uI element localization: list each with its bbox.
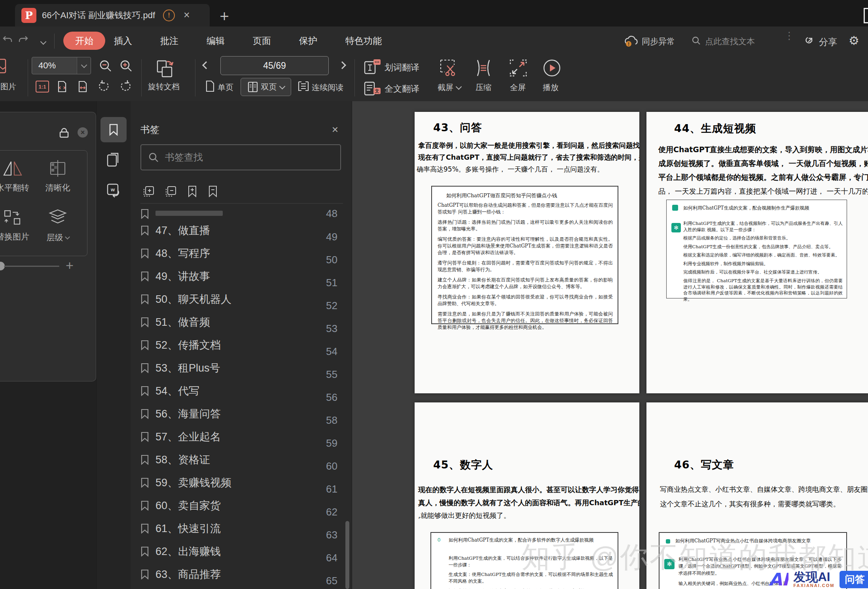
fullscreen-label[interactable]: 全屏	[510, 82, 526, 93]
double-page-button[interactable]: 双页	[241, 78, 291, 96]
faxianai-domain: FAXIANAI.COM	[793, 583, 834, 588]
bookmark-item[interactable]: 52、传播文档 54	[140, 334, 343, 357]
next-page-icon[interactable]	[338, 61, 346, 69]
bookmark-item[interactable]: 63、商品推荐 65	[140, 563, 343, 586]
bookmark-item-label: 48、写程序	[155, 246, 210, 261]
zoom-level-select[interactable]: 40%	[32, 57, 91, 74]
bookmark-item[interactable]: 58、资格证 60	[140, 448, 343, 471]
bookmark-item-page: 62	[326, 506, 343, 518]
menu-tab[interactable]: 编辑	[207, 35, 225, 47]
bookmark-scrollbar-thumb[interactable]	[345, 521, 349, 589]
single-page-icon[interactable]	[205, 80, 215, 93]
word-translate-label[interactable]: 划词翻译	[385, 62, 419, 74]
bookmarks-close-icon[interactable]: ×	[332, 123, 338, 136]
qa-button[interactable]: 问答	[840, 571, 868, 588]
rotate-right-icon[interactable]	[119, 80, 131, 93]
fullscreen-icon[interactable]	[509, 59, 528, 77]
screenshot-dropdown-icon[interactable]	[456, 84, 462, 90]
fit-width-icon[interactable]	[77, 80, 89, 93]
bookmark-item[interactable]: 48、写程序 50	[140, 242, 343, 265]
add-bookmark-icon[interactable]	[187, 185, 198, 198]
flip-horizontal-tool[interactable]: 水平翻转	[0, 159, 34, 193]
menu-tab[interactable]: 特色功能	[345, 35, 382, 47]
picture-tool-icon[interactable]	[0, 58, 6, 75]
nav-convert-word[interactable]: w	[105, 182, 122, 198]
layers-tool[interactable]: 层级	[36, 208, 80, 243]
continuous-reading-icon[interactable]	[298, 81, 309, 92]
nav-thumbnails[interactable]	[106, 152, 121, 168]
nav-bookmarks-selected[interactable]	[100, 117, 127, 142]
menu-tab[interactable]: 插入	[114, 35, 132, 47]
flip-horizontal-icon	[2, 159, 23, 177]
window-control-partial[interactable]	[864, 8, 868, 23]
bookmark-search-input[interactable]: 书签查找	[140, 144, 341, 170]
bookmark-item-partial[interactable]: 48	[140, 205, 343, 219]
opacity-slider-track[interactable]	[4, 266, 59, 267]
continuous-reading-label[interactable]: 连续阅读	[312, 82, 343, 93]
settings-gear-icon[interactable]: ⚙	[849, 34, 859, 47]
collapse-ribbon-icon[interactable]	[41, 38, 45, 45]
remove-bookmark-icon[interactable]	[207, 185, 218, 198]
single-page-label[interactable]: 单页	[218, 82, 233, 93]
sync-cloud-icon[interactable]: !	[624, 34, 639, 47]
compress-label[interactable]: 压缩	[476, 82, 491, 93]
previous-page-icon[interactable]	[202, 61, 210, 69]
sync-status-text[interactable]: 同步异常	[642, 36, 675, 47]
rotate-document-icon[interactable]	[155, 59, 176, 79]
compress-icon[interactable]	[474, 59, 493, 77]
search-icon[interactable]	[692, 36, 701, 45]
actual-size-button[interactable]: 1:1	[36, 81, 49, 93]
screenshot-button[interactable]: 截屏	[438, 82, 461, 93]
collapse-all-icon[interactable]	[165, 185, 177, 198]
bookmark-item[interactable]: 59、卖赚钱视频 61	[140, 471, 343, 494]
menu-tab[interactable]: 页面	[253, 35, 271, 47]
zoom-out-icon[interactable]	[99, 59, 112, 73]
zoom-in-icon[interactable]	[119, 59, 133, 73]
full-translate-label[interactable]: 全文翻译	[385, 83, 419, 95]
new-tab-button[interactable]: ＋	[217, 6, 232, 26]
page-indicator-input[interactable]: 45/69	[220, 56, 329, 75]
menu-tab[interactable]: 批注	[160, 35, 178, 47]
menu-tab-home[interactable]: 开始	[63, 32, 105, 50]
slider-plus-icon[interactable]: +	[66, 258, 74, 273]
rotate-left-icon[interactable]	[98, 80, 111, 93]
menu-tab[interactable]: 保护	[299, 35, 317, 47]
bookmark-item[interactable]: 47、做直播 49	[140, 219, 343, 242]
replace-image-tool[interactable]: 替换图片	[0, 208, 34, 242]
faxianai-logo-icon: AI	[769, 569, 788, 589]
expand-all-icon[interactable]	[142, 185, 155, 198]
bookmark-item[interactable]: 61、快速引流 63	[140, 517, 343, 540]
word-translate-icon[interactable]	[364, 59, 382, 76]
more-options-icon[interactable]: ⋮	[784, 33, 794, 38]
play-icon[interactable]	[542, 59, 561, 77]
zoom-dropdown-icon[interactable]	[77, 57, 91, 74]
tab-close-icon[interactable]: ×	[184, 10, 190, 21]
full-translate-icon[interactable]: 文	[364, 80, 382, 97]
bookmark-item[interactable]: 54、代写 56	[140, 379, 343, 402]
bookmark-item[interactable]: 51、做音频 53	[140, 311, 343, 334]
share-label[interactable]: 分享	[819, 36, 837, 48]
panel-close-icon[interactable]: ×	[78, 127, 88, 138]
bookmark-item[interactable]: 50、聊天机器人 52	[140, 288, 343, 311]
find-text-placeholder[interactable]: 点此查找文本	[705, 36, 755, 47]
document-tab[interactable]: P 66个AI对话 副业赚钱技巧.pdf ! ×	[15, 4, 210, 26]
bookmark-item[interactable]: 53、租Plus号 55	[140, 357, 343, 379]
fit-page-icon[interactable]	[56, 80, 68, 93]
lock-icon[interactable]	[59, 127, 70, 138]
rotate-document-label[interactable]: 旋转文档	[148, 81, 180, 92]
play-label[interactable]: 播放	[543, 82, 559, 93]
double-page-dropdown-icon[interactable]	[279, 83, 285, 89]
screenshot-icon[interactable]	[438, 58, 459, 77]
redo-icon[interactable]	[18, 34, 28, 45]
bookmark-item[interactable]: 56、海量问答 58	[140, 402, 343, 425]
bookmark-item[interactable]: 57、企业起名 59	[140, 425, 343, 448]
document-canvas[interactable]: 43、问答 拿百度举例，以前大家一般是使用搜索引擎，看到问题，然后搜索问题找答案…	[352, 101, 868, 589]
bookmark-item[interactable]: 62、出海赚钱 64	[140, 540, 343, 563]
warning-icon[interactable]: !	[163, 9, 175, 21]
picture-tool-label[interactable]: 图片	[0, 81, 16, 92]
undo-icon[interactable]	[2, 34, 13, 45]
share-icon[interactable]	[803, 34, 815, 46]
bookmark-item[interactable]: 60、卖自家货 62	[140, 494, 343, 517]
clarify-tool[interactable]: 清晰化	[36, 159, 80, 193]
bookmark-item[interactable]: 49、讲故事 51	[140, 265, 343, 288]
